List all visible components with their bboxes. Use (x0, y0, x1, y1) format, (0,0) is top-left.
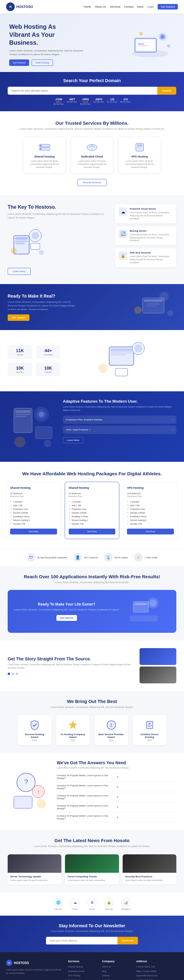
news-card-2[interactable]: Security Best Practices Lorem ipsum dolo… (123, 854, 176, 885)
install-icon: ⚡ (134, 553, 142, 562)
newsletter-subtitle: Lorem Dolor Sit Amet, Consectetur Adipis… (8, 930, 176, 932)
reach-desc: Lorem Dolor Sit Amet, Consectetur Adipis… (8, 581, 176, 584)
footer-link-cloud[interactable]: Cloud Hosting (68, 979, 96, 980)
domain-search-button[interactable]: Search (157, 87, 176, 95)
faq-item-0[interactable]: Contrary To Popular Belief, Lorem Ipsum … (57, 772, 176, 782)
reach-banner: Ready To Make Your Life Easier? Lorem Do… (8, 590, 176, 633)
faq-illustration: ? ! (8, 760, 51, 822)
award-certified: Certified Server Hosting 2024 (133, 715, 166, 745)
svg-point-55 (44, 440, 51, 447)
tld-net[interactable]: .NET $3.99/Year (67, 98, 77, 105)
footer-col-company: Company About Us Blog Careers Contact Pa… (102, 960, 130, 980)
footer-link-vps[interactable]: VPS Hosting (68, 974, 96, 978)
shield-icon: 🛡 (27, 553, 35, 562)
carousel-dot-active[interactable] (8, 673, 10, 675)
nav-about[interactable]: About Us (95, 5, 106, 8)
uptime-icon: 📡 (104, 553, 112, 562)
svg-point-44 (98, 364, 108, 373)
footer-link-careers[interactable]: Careers (102, 974, 130, 978)
faq-item-3[interactable]: Contrary To Popular Belief, Lorem Ipsum … (57, 802, 176, 812)
nav-login[interactable]: Login (147, 5, 154, 8)
footer-link-contact[interactable]: Contact (102, 979, 130, 980)
svg-rect-47 (15, 410, 30, 413)
key-feature-cloud-title: Powerful Cloud Server (130, 207, 173, 210)
reach-get-started[interactable]: Get Started (56, 615, 77, 621)
faq-content: We've Got The Answers You Need Lorem Dol… (57, 760, 176, 822)
svg-rect-28 (30, 243, 40, 250)
chevron-down-icon: ∨ (117, 786, 176, 789)
svg-point-65 (149, 722, 151, 725)
footer-address-title: Address (136, 960, 178, 963)
carousel-dot[interactable] (12, 673, 14, 675)
plan-btn-vps[interactable]: Get Now (127, 528, 174, 535)
key-feature-moving-desc: Lorem Ipsum Dolor Sit Amet, Consectetur … (130, 233, 173, 242)
footer-link-blog[interactable]: Blog (102, 970, 130, 973)
view-all-services[interactable]: View All Services (78, 179, 107, 186)
key-learn-more[interactable]: Learn More (8, 268, 30, 275)
trusted-subtitle: Lorem Dolor Sit Amet, Consectetur Adipis… (8, 127, 176, 131)
logo[interactable]: H HOSTOSO (6, 2, 33, 11)
key-left: The Key To Hostoso. Lorem Dolor Sit Amet… (8, 204, 109, 275)
adaptive-title: Adaptive Features To The Modern User. (63, 399, 176, 404)
hero-section: Web Hosting As Vibrant As Your Business.… (0, 13, 184, 72)
ready-get-started[interactable]: Get Started (8, 314, 29, 321)
customer-icon: 👤 (73, 553, 82, 562)
nav-get-started[interactable]: Get Started (158, 4, 178, 10)
tld-org[interactable]: .ORG SALE $5.99/Year (80, 98, 90, 105)
svg-rect-60 (130, 615, 158, 622)
footer-icon-domain[interactable]: 🌐 Domain (54, 898, 63, 910)
adaptive-feature-protection[interactable]: Protection Plan: Enabled Website › (63, 415, 176, 424)
plan-btn-shared1[interactable]: Get Now (10, 528, 57, 535)
tld-us[interactable]: .US $2.99/Year (107, 98, 117, 105)
footer-link-about[interactable]: About Us (102, 965, 130, 969)
service-dedicated-desc: Lorem Ipsum Dolor Sit Amet, Consectetur … (75, 160, 109, 169)
hero-view-pricing[interactable]: View Pricing (32, 59, 53, 66)
tld-info[interactable]: .INFO $4.99/Year (94, 98, 104, 105)
svg-marker-61 (69, 721, 78, 729)
svg-text:?: ? (24, 778, 28, 786)
tld-co[interactable]: .CO $8.99/Year (120, 98, 131, 105)
svg-point-59 (150, 600, 157, 606)
footer-icon-analytics[interactable]: 📊 Analytics (121, 898, 130, 910)
chevron-down-icon: ∨ (117, 816, 176, 819)
footer-link-dedicated[interactable]: Dedicated Server (68, 970, 96, 973)
tld-com[interactable]: .COM SALE $2.99/Year (53, 98, 64, 105)
footer-icon-server[interactable]: 🖥 Server (87, 898, 97, 910)
adaptive-learn-more[interactable]: Learn More (63, 437, 83, 444)
story-text: Get The Story Straight From The Source. … (8, 656, 133, 675)
pricing-section: We Have Affordable Web Hosting Packages … (0, 462, 184, 548)
nav-contact[interactable]: Contact (124, 5, 133, 8)
nav-services[interactable]: Services (110, 5, 120, 8)
reach-banner-title: Ready To Make Your Life Easier? (14, 602, 119, 606)
key-feature-secure-desc: Lorem Ipsum Dolor Sit Amet, Consectetur … (130, 255, 173, 264)
news-card-1[interactable]: Cloud Computing Trends Lorem ipsum dolor… (65, 854, 119, 885)
chevron-down-icon: ∨ (117, 806, 176, 809)
svg-rect-70 (14, 796, 32, 808)
hero-buttons: Get Started View Pricing (9, 59, 83, 66)
guarantee-uptime-text: 99.9% Uptime (114, 557, 128, 558)
footer-link-shared[interactable]: Shared Hosting (68, 965, 96, 969)
service-shared-title: Shared Hosting (27, 155, 62, 158)
news-card-0[interactable]: Server Technology Update Lorem ipsum dol… (8, 854, 61, 885)
adaptive-feature-vpn[interactable]: VPN / Safe Protocol: + › (63, 426, 176, 434)
footer-icon-bar: 🌐 Domain ☁ Cloud 🖥 Server 🔒 Security 📊 A… (0, 892, 184, 916)
newsletter-email-input[interactable] (46, 937, 117, 945)
hero-get-started[interactable]: Get Started (9, 59, 29, 66)
footer-icon-cloud[interactable]: ☁ Cloud (70, 898, 80, 910)
carousel-dot[interactable] (16, 673, 18, 675)
key-feature-cloud: ☁ Powerful Cloud Server Lorem Ipsum Dolo… (115, 204, 176, 223)
award-service-icon: 1 (105, 719, 117, 731)
service-dedicated-title: Dedicated Cloud (75, 155, 109, 158)
footer-icon-security[interactable]: 🔒 Security (104, 898, 114, 910)
svg-rect-23 (15, 237, 27, 240)
plan-btn-shared2[interactable]: Get Now (69, 528, 115, 535)
nav-more[interactable]: More (137, 5, 144, 8)
faq-item-1[interactable]: Contrary To Popular Belief, Lorem Ipsum … (57, 782, 176, 792)
nav-home[interactable]: Home (84, 5, 91, 8)
newsletter-subscribe-button[interactable]: Subscribe (117, 937, 138, 945)
faq-item-2[interactable]: Contrary To Popular Belief, Lorem Ipsum … (57, 792, 176, 802)
faq-item-4[interactable]: Contrary To Popular Belief, Lorem Ipsum … (57, 812, 176, 822)
domain-search-input[interactable] (8, 87, 157, 95)
newsletter-form: Subscribe (46, 937, 138, 945)
svg-point-27 (32, 232, 39, 239)
